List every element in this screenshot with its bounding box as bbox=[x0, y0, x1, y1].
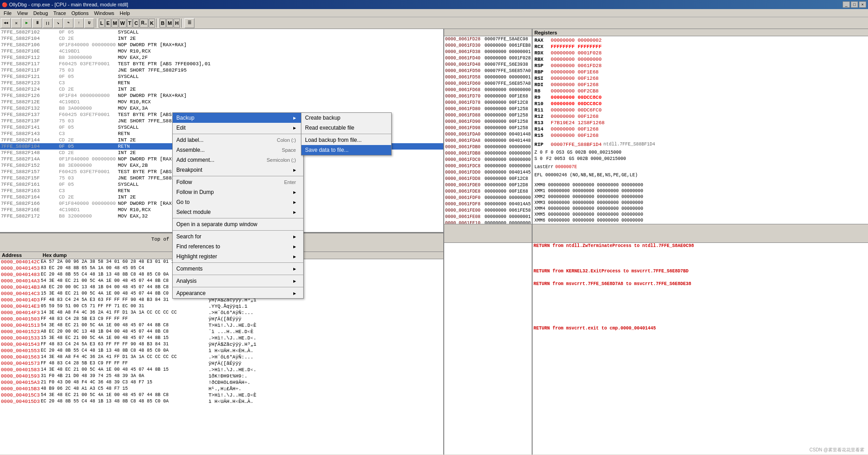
stack-row[interactable]: 0000_0061FD9800000000 00F1258 bbox=[444, 125, 532, 131]
ctx-item-read-exec[interactable]: Read executable file bbox=[301, 123, 391, 133]
toolbar-restart[interactable]: ◄◄ bbox=[1, 18, 11, 28]
stack-row[interactable]: 0000_0061FE0800000000 00000001 bbox=[444, 214, 532, 220]
reg-row-r11[interactable]: R1100000000 00DC6FC0 bbox=[533, 107, 867, 113]
toolbar-step-into[interactable]: ↘ bbox=[53, 18, 63, 28]
ctx-item-follow[interactable]: Follow Enter bbox=[173, 177, 303, 187]
stack-row[interactable]: 0000_0061FDC800000000 00000000 bbox=[444, 163, 532, 169]
dump-row[interactable]: 0000_004015C354 3E 48 EC 21 00 5C 4A 1E … bbox=[0, 392, 443, 399]
reg-row-r15[interactable]: R1500000000 00F1268 bbox=[533, 132, 867, 139]
disasm-row[interactable]: 7FFE_S882F1020F 05SYSCALL bbox=[0, 29, 443, 35]
minimize-button[interactable]: _ bbox=[843, 1, 850, 8]
toolbar-step-over[interactable]: ↷ bbox=[63, 18, 73, 28]
toolbar-L[interactable]: L bbox=[99, 19, 105, 28]
ctx-item-edit[interactable]: Edit ▶ bbox=[173, 123, 303, 133]
ctx-item-appearance[interactable]: Appearance ▶ bbox=[173, 288, 303, 298]
toolbar-M2[interactable]: M bbox=[166, 19, 173, 28]
stack-row[interactable]: 0000_0061FDF000000000 00000000 bbox=[444, 195, 532, 201]
disasm-row[interactable]: 7FFE_S882F11F75 03JNE SHORT 7FFE_S882F19… bbox=[0, 67, 443, 73]
toolbar-H[interactable]: H bbox=[174, 19, 180, 28]
disasm-row[interactable]: 7FFE_S882F123C3RETN bbox=[0, 80, 443, 86]
ctx-item-analysis[interactable]: Analysis ▶ bbox=[173, 276, 303, 286]
reg-row-rip[interactable]: RIP00007FFE_S88BF1D4 ntdll.7FFE_S88BF1D4 bbox=[533, 141, 867, 148]
stack-row[interactable]: 0000_0061FD5800000000 00000001 bbox=[444, 74, 532, 81]
reg-row-r12[interactable]: R1200000000 00F1268 bbox=[533, 113, 867, 120]
dump-row[interactable]: 0000_004014E305 59 59 51 00 C5 71 FF FF … bbox=[0, 304, 443, 310]
toolbar-W[interactable]: W bbox=[119, 19, 126, 28]
toolbar-E[interactable]: E bbox=[105, 19, 111, 28]
reg-row-r14[interactable]: R1400000000 00F1268 bbox=[533, 126, 867, 132]
reg-row-rdx[interactable]: RDX00000000 0001F028 bbox=[533, 50, 867, 56]
reg-row-r13[interactable]: R13F7B19E24 12S8F1268 bbox=[533, 120, 867, 126]
toolbar-B[interactable]: B bbox=[160, 19, 166, 28]
reg-row-rdi[interactable]: RDI00000000 00F1268 bbox=[533, 82, 867, 88]
dump-row[interactable]: 0000_00401543FF 48 83 C4 24 5A E3 63 FF … bbox=[0, 342, 443, 348]
disasm-row[interactable]: 7FFE_S882F124CD 2EINT 2E bbox=[0, 86, 443, 92]
reg-row-rcx[interactable]: RCXFFFFFFFF FFFFFFFF bbox=[533, 44, 867, 50]
ctx-item-add-comment[interactable]: Add comment... Semicolon (;) bbox=[173, 155, 303, 165]
stack-row[interactable]: 0000_0061FD2800007FFE_S8AEC98 bbox=[444, 36, 532, 43]
menu-windows[interactable]: Windows bbox=[91, 9, 117, 17]
ctx-item-follow-dump[interactable]: Follow in Dump ▶ bbox=[173, 187, 303, 197]
ctx-item-add-label[interactable]: Add label... Colon (:) bbox=[173, 135, 303, 145]
menu-file[interactable]: File bbox=[1, 9, 15, 17]
toolbar-patches[interactable]: ☰ bbox=[184, 18, 194, 28]
stack-row[interactable]: 0000_0061FD9000000000 00F1258 bbox=[444, 119, 532, 125]
dump-row[interactable]: 0000_0040153315 3E 48 EC 21 00 5C 4A 1E … bbox=[0, 335, 443, 342]
disasm-row[interactable]: 7FFE_S882F1060F1F840000 00000000NOP DWOR… bbox=[0, 42, 443, 48]
maximize-button[interactable]: □ bbox=[851, 1, 858, 8]
disasm-row[interactable]: 7FFE_S882F132B8 3A000000MOV EAX,3A bbox=[0, 105, 443, 111]
stack-row[interactable]: 0000_0061FDD800000000 00F12C8 bbox=[444, 176, 532, 182]
menu-trace[interactable]: Trace bbox=[51, 9, 69, 17]
disasm-row[interactable]: 7FFE_S882F112B8 38000000MOV EAX,2F bbox=[0, 54, 443, 61]
stack-row[interactable]: 0000_0061FDD000000000 00401445 bbox=[444, 169, 532, 176]
disasm-row[interactable]: 7FFE_S882F12E4C19BD1MOV R10,RCX bbox=[0, 99, 443, 105]
toolbar-run[interactable]: ▶ bbox=[22, 18, 32, 28]
toolbar-animate[interactable]: U bbox=[84, 18, 94, 28]
dump-row[interactable]: 0000_004015D3EC 20 48 8B 55 C4 48 1B 13 … bbox=[0, 399, 443, 405]
menu-debug[interactable]: Debug bbox=[30, 9, 50, 17]
stack-row[interactable]: 0000_0061FDC000000000 00000000 bbox=[444, 157, 532, 163]
dump-row[interactable]: 0000_0040151354 3E 48 EC 21 00 5C 4A 1E … bbox=[0, 323, 443, 329]
toolbar-R[interactable]: R.. bbox=[140, 19, 148, 28]
context-menu-backup[interactable]: Create backup Read executable file Load … bbox=[301, 112, 392, 155]
close-button[interactable]: × bbox=[859, 1, 866, 8]
menu-options[interactable]: Options bbox=[69, 9, 92, 17]
context-menu-main[interactable]: Backup ▶ Edit ▶ Add label... Colon (:) A… bbox=[172, 112, 304, 299]
dump-row[interactable]: 0000_00401573FF 48 83 C4 28 5B E3 C9 FF … bbox=[0, 361, 443, 367]
menu-view[interactable]: View bbox=[15, 9, 31, 17]
stack-row[interactable]: 0000_0061FD4800007FFE_S6E3938 bbox=[444, 62, 532, 68]
dump-row[interactable]: 0000_0040156314 3E 48 A8 F4 4C 36 2A 41 … bbox=[0, 354, 443, 361]
toolbar-step-out[interactable]: ↑ bbox=[74, 18, 84, 28]
ctx-item-create-backup[interactable]: Create backup bbox=[301, 113, 391, 123]
ctx-item-open-dump[interactable]: Open in a separate dump window bbox=[173, 219, 303, 229]
stack-row[interactable]: 0000_0061FD8800000000 00F1258 bbox=[444, 112, 532, 119]
stack-row[interactable]: 0000_0061FD3000000000 0061FEB8 bbox=[444, 43, 532, 49]
stack-row[interactable]: 0000_0061FD6800000000 00000000 bbox=[444, 87, 532, 93]
dump-row[interactable]: 0000_0040159331 F0 4B 21 D0 48 39 74 25 … bbox=[0, 373, 443, 380]
dump-row[interactable]: 0000_0040158314 3E 48 EC 21 00 5C 4A 1E … bbox=[0, 367, 443, 373]
ctx-item-find-refs[interactable]: Find references to ▶ bbox=[173, 242, 303, 252]
toolbar-K[interactable]: K bbox=[149, 19, 155, 28]
disasm-row[interactable]: 7FFE_S882F104CD 2EINT 2E bbox=[0, 35, 443, 42]
stack-row[interactable]: 0000_0061FDA800000000 00401448 bbox=[444, 138, 532, 144]
stack-row[interactable]: 0000_0061FDA000000000 00401448 bbox=[444, 131, 532, 138]
ctx-item-breakpoint[interactable]: Breakpoint ▶ bbox=[173, 165, 303, 175]
dump-row[interactable]: 0000_004015B348 B9 06 2C 48 A1 A3 C5 48 … bbox=[0, 386, 443, 392]
ctx-item-search-for[interactable]: Search for ▶ bbox=[173, 232, 303, 242]
reg-row-r9[interactable]: R9 00000000 00DCC8C0 bbox=[533, 94, 867, 101]
dump-row[interactable]: 0000_00401553EC 20 48 8B 55 C4 48 1B 13 … bbox=[0, 348, 443, 354]
reg-row-rbp[interactable]: RBP00000000 00F1E68 bbox=[533, 69, 867, 75]
toolbar-C[interactable]: C bbox=[133, 19, 139, 28]
ctx-item-select-module[interactable]: Select module ▶ bbox=[173, 207, 303, 217]
disasm-row[interactable]: 7FFE_S882F10E4C19BD1MOV R10,RCX bbox=[0, 48, 443, 54]
reg-row-rbx[interactable]: RBX00000000 00000000 bbox=[533, 56, 867, 63]
disasm-row[interactable]: 7FFE_S882F1260F1F84 0000000000NOP DWORD … bbox=[0, 92, 443, 99]
stack-row[interactable]: 0000_0061FDE000000000 00F12D8 bbox=[444, 182, 532, 189]
stack-row[interactable]: 0000_0061FD4000000000 0001F028 bbox=[444, 55, 532, 62]
ctx-item-backup[interactable]: Backup ▶ bbox=[173, 113, 303, 123]
stack-row[interactable]: 0000_0061FD7000000000 00F1E68 bbox=[444, 93, 532, 100]
stack-row[interactable]: 0000_0061FD6000007FFE_S6E857A8 bbox=[444, 81, 532, 87]
ctx-item-load-backup[interactable]: Load backup from file... bbox=[301, 135, 391, 145]
toolbar-pause2[interactable]: || bbox=[43, 18, 53, 28]
stack-row[interactable]: 0000_0061FE1000000000 00000000 bbox=[444, 220, 532, 224]
